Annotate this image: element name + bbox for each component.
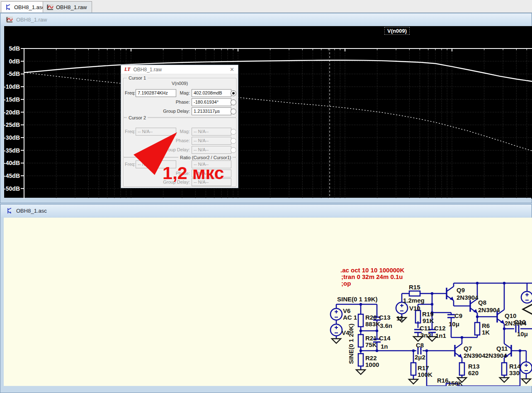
- cursor2-phase-label: Phase:: [169, 138, 190, 144]
- svg-text:10μ: 10μ: [449, 320, 459, 328]
- cursor2-freq-label: Freq:: [125, 129, 136, 135]
- svg-text:-55dB: -55dB: [4, 198, 20, 199]
- schematic-icon: [5, 4, 12, 10]
- svg-text:-50dB: -50dB: [4, 185, 20, 192]
- document-tab-bar: OBH8_1.asc OBH8_1.raw: [0, 0, 532, 13]
- svg-text:Q8: Q8: [478, 299, 486, 306]
- schematic-window-titlebar[interactable]: OBH8_1.asc: [1, 205, 531, 217]
- cursor2-mag-radio: [231, 129, 236, 135]
- cursor-dialog-title: OBH8_1.raw: [133, 67, 162, 73]
- svg-text:1K: 1K: [482, 329, 490, 336]
- svg-text:;op: ;op: [341, 280, 351, 287]
- trace-label[interactable]: V(n009): [384, 27, 410, 35]
- close-icon[interactable]: ✕: [230, 66, 234, 73]
- svg-text:75K: 75K: [365, 341, 377, 348]
- svg-text:Q7: Q7: [464, 345, 472, 352]
- svg-text:12: 12: [396, 315, 403, 322]
- svg-text:Q11: Q11: [496, 345, 508, 352]
- waveform-window-title: OBH8_1.raw: [16, 17, 47, 23]
- ratio-legend: Ratio (Cursor2 / Cursor1): [178, 155, 233, 160]
- ratio-group: Ratio (Cursor2 / Cursor1) Freq: -- N/A--…: [123, 158, 236, 187]
- cursor1-phase-label: Phase:: [169, 99, 190, 105]
- ratio-gd-label: Group Delay:: [161, 180, 190, 185]
- svg-text:1.2meg: 1.2meg: [403, 297, 425, 304]
- svg-text:883K: 883K: [365, 320, 380, 328]
- svg-text:C10: C10: [514, 318, 526, 325]
- svg-text:0dB: 0dB: [9, 58, 20, 65]
- svg-text:-35dB: -35dB: [4, 147, 20, 154]
- svg-text:C14: C14: [379, 335, 391, 342]
- svg-text:R6: R6: [482, 322, 490, 329]
- cursor2-gd-field: -- N/A--: [192, 146, 231, 154]
- svg-text:;tran 0 32m 24m 0.1u: ;tran 0 32m 24m 0.1u: [341, 273, 403, 280]
- cursor-dialog[interactable]: LT OBH8_1.raw ✕ Cursor 1 V(n009) Freq: 7…: [121, 65, 238, 188]
- svg-text:R17: R17: [418, 364, 429, 371]
- svg-text:2N3904: 2N3904: [485, 352, 507, 359]
- schematic-window: OBH8_1.asc SINE(0 1 19K)V6AC 1V4SINE(0 1…: [0, 204, 532, 393]
- tab-schematic-label: OBH8_1.asc: [14, 4, 45, 10]
- svg-text:R21: R21: [365, 335, 377, 342]
- cursor1-gd-radio[interactable]: [231, 109, 236, 114]
- svg-text:100K: 100K: [418, 371, 432, 378]
- tab-waveform-label: OBH8_1.raw: [56, 4, 87, 10]
- svg-text:C13: C13: [379, 314, 391, 321]
- svg-text:R22: R22: [365, 354, 377, 361]
- svg-text:C9: C9: [454, 312, 462, 319]
- svg-text:2μ2: 2μ2: [415, 354, 425, 361]
- svg-text:Q9: Q9: [457, 286, 465, 294]
- svg-text:2N3904: 2N3904: [478, 306, 500, 313]
- svg-text:SINE(0 1 20K): SINE(0 1 20K): [347, 323, 355, 364]
- cursor1-gd-field[interactable]: 1.2133117μs: [192, 107, 231, 115]
- cursor2-phase-field: -- N/A--: [192, 137, 231, 145]
- cursor2-mag-label: Mag:: [177, 129, 190, 135]
- cursor2-mag-field: -- N/A--: [192, 128, 231, 136]
- svg-text:1n: 1n: [381, 343, 388, 350]
- svg-text:1000: 1000: [365, 361, 379, 368]
- svg-text:-45dB: -45dB: [4, 172, 20, 179]
- cursor2-gd-label: Group Delay:: [161, 147, 190, 153]
- waveform-window-titlebar[interactable]: OBH8_1.raw: [1, 14, 531, 25]
- svg-text:-40dB: -40dB: [4, 160, 20, 166]
- cursor1-phase-field[interactable]: -180.61934°: [192, 98, 231, 106]
- svg-text:.ac oct 10 10 100000K: .ac oct 10 10 100000K: [340, 267, 404, 274]
- cursor1-gd-label: Group Delay:: [161, 109, 190, 114]
- schematic-window-bottom-border: [1, 388, 531, 392]
- cursor1-mag-field[interactable]: 402.0208mdB: [192, 89, 231, 97]
- cursor2-gd-radio: [231, 147, 236, 153]
- svg-text:C8: C8: [416, 342, 424, 349]
- cursor-dialog-titlebar[interactable]: LT OBH8_1.raw: [121, 65, 238, 74]
- ltspice-logo-icon: LT: [124, 66, 130, 73]
- svg-text:5dB: 5dB: [9, 45, 20, 52]
- waveform-window: OBH8_1.raw 5dB0dB-5dB-10dB-15dB-20dB-25d…: [0, 13, 532, 203]
- cursor2-group: Cursor 2 Freq: -- N/A-- Mag: -- N/A-- Ph…: [123, 118, 236, 157]
- svg-text:1n1: 1n1: [435, 332, 446, 339]
- svg-text:R13: R13: [468, 363, 480, 370]
- svg-text:C11: C11: [420, 325, 431, 332]
- svg-text:R15: R15: [409, 284, 420, 291]
- svg-text:V6: V6: [343, 307, 350, 314]
- cursor2-phase-radio: [231, 138, 236, 144]
- svg-text:-5dB: -5dB: [7, 70, 20, 77]
- schematic-canvas[interactable]: SINE(0 1 19K)V6AC 1V4SINE(0 1 20K)R20883…: [4, 218, 532, 386]
- svg-text:AC 1: AC 1: [343, 314, 357, 321]
- waveform-icon: [46, 4, 53, 10]
- svg-text:-30dB: -30dB: [4, 134, 20, 141]
- cursor1-freq-label: Freq:: [125, 90, 136, 96]
- svg-text:10μ: 10μ: [517, 330, 528, 337]
- svg-text:2N3904: 2N3904: [464, 352, 486, 359]
- cursor1-group: Cursor 1 V(n009) Freq: 7.1902874KHz Mag:…: [123, 78, 236, 117]
- cursor1-mag-radio[interactable]: [231, 90, 236, 96]
- ltspice-app: { "tabs": [ {"label": "OBH8_1.asc"}, {"l…: [0, 0, 532, 393]
- svg-text:R14: R14: [509, 363, 521, 370]
- cursor1-freq-field[interactable]: 7.1902874KHz: [136, 89, 176, 97]
- tab-waveform[interactable]: OBH8_1.raw: [43, 1, 92, 12]
- cursor1-phase-radio[interactable]: [231, 99, 236, 105]
- svg-text:SINE(0 1 19K): SINE(0 1 19K): [337, 296, 378, 303]
- svg-text:-25dB: -25dB: [4, 121, 20, 128]
- cursor1-mag-label: Mag:: [177, 90, 190, 96]
- ratio-gd-field: -- N/A--: [192, 178, 231, 186]
- cursor1-trace: V(n009): [124, 81, 236, 87]
- svg-text:-10dB: -10dB: [4, 83, 20, 90]
- svg-text:150K: 150K: [448, 380, 463, 386]
- bode-plot[interactable]: 5dB0dB-5dB-10dB-15dB-20dB-25dB-30dB-35dB…: [4, 26, 532, 199]
